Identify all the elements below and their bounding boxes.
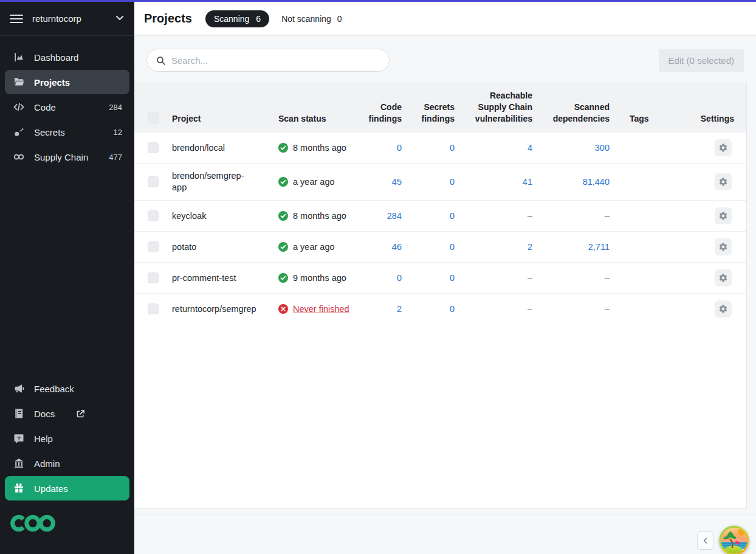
sidebar: returntocorp Dashboard Projects xyxy=(0,2,134,554)
support-widget-button[interactable] xyxy=(719,525,749,554)
chevron-left-icon xyxy=(702,537,709,544)
code-findings-link[interactable]: 2 xyxy=(397,304,402,314)
org-switcher[interactable]: returntocorp xyxy=(0,2,134,36)
sidebar-item-secrets[interactable]: Secrets 12 xyxy=(5,120,129,144)
reachable-vulns-link[interactable]: 41 xyxy=(523,177,532,187)
search-input[interactable] xyxy=(171,55,380,66)
settings-gear-button[interactable] xyxy=(715,207,732,224)
scan-status-text: 9 months ago xyxy=(293,272,346,284)
row-checkbox[interactable] xyxy=(148,142,159,153)
gear-icon xyxy=(718,273,728,283)
row-checkbox[interactable] xyxy=(148,241,159,252)
reachable-vulns-empty: – xyxy=(527,211,532,221)
sidebar-item-count: 12 xyxy=(114,128,122,137)
book-icon xyxy=(12,407,26,420)
row-checkbox[interactable] xyxy=(148,176,159,187)
reachable-vulns-link[interactable]: 4 xyxy=(527,143,532,153)
scanned-deps-link[interactable]: 81,440 xyxy=(583,177,610,187)
app-layout: returntocorp Dashboard Projects xyxy=(0,2,756,554)
scanned-deps-link[interactable]: 2,711 xyxy=(588,242,610,252)
sidebar-item-docs[interactable]: Docs xyxy=(5,401,129,426)
toolbar: Edit (0 selected) xyxy=(146,49,744,72)
col-header-secrets-findings: Secrets findings xyxy=(402,81,455,133)
scan-status: Never finished xyxy=(278,303,351,315)
status-ok-icon xyxy=(278,143,288,153)
code-findings-link[interactable]: 45 xyxy=(392,177,402,187)
code-findings-link[interactable]: 0 xyxy=(397,273,402,283)
sidebar-item-updates[interactable]: Updates xyxy=(5,476,129,500)
table-row: keycloak 8 months ago 284 0 – – xyxy=(134,201,747,232)
tab-not-scanning[interactable]: Not scanning 0 xyxy=(281,14,342,24)
edit-selected-button[interactable]: Edit (0 selected) xyxy=(659,49,744,72)
sidebar-item-supply-chain[interactable]: Supply Chain 477 xyxy=(5,145,129,169)
scan-status: a year ago xyxy=(278,241,351,253)
code-icon xyxy=(12,101,26,113)
sidebar-item-admin[interactable]: Admin xyxy=(5,451,129,476)
col-header-tags: Tags xyxy=(610,81,681,133)
project-name: pr-comment-test xyxy=(172,263,278,294)
tropical-island-icon xyxy=(719,525,749,554)
row-checkbox[interactable] xyxy=(148,303,159,314)
sidebar-item-label: Feedback xyxy=(34,384,122,394)
settings-gear-button[interactable] xyxy=(715,173,732,190)
sidebar-item-code[interactable]: Code 284 xyxy=(5,95,129,119)
status-ok-icon xyxy=(278,177,288,187)
projects-table: Project Scan status Code findings Secret… xyxy=(134,81,747,324)
scan-status-text: 8 months ago xyxy=(293,210,346,222)
code-findings-link[interactable]: 0 xyxy=(397,143,402,153)
table-row: returntocorp/semgrep Never finished 2 0 … xyxy=(134,294,747,325)
tab-scanning-count: 6 xyxy=(256,14,261,24)
scanned-deps-empty: – xyxy=(605,211,610,221)
chain-link-icon xyxy=(12,151,26,163)
gear-icon xyxy=(718,143,728,153)
sidebar-item-projects[interactable]: Projects xyxy=(5,70,129,94)
gear-icon xyxy=(718,242,728,252)
secrets-findings-link[interactable]: 0 xyxy=(450,143,455,153)
svg-text:?: ? xyxy=(17,435,21,441)
row-checkbox[interactable] xyxy=(148,272,159,283)
sidebar-item-feedback[interactable]: Feedback xyxy=(5,376,129,401)
pagination-prev-button[interactable] xyxy=(697,531,713,550)
help-bubble-icon: ? xyxy=(12,432,26,445)
code-findings-link[interactable]: 284 xyxy=(387,211,402,221)
settings-gear-button[interactable] xyxy=(715,269,732,286)
sidebar-item-help[interactable]: ? Help xyxy=(5,426,129,451)
tags-cell xyxy=(610,294,681,325)
secrets-findings-link[interactable]: 0 xyxy=(450,273,455,283)
hamburger-menu-icon[interactable] xyxy=(10,15,23,23)
search-icon xyxy=(156,55,166,66)
search-box[interactable] xyxy=(146,49,390,72)
tab-scanning[interactable]: Scanning 6 xyxy=(205,10,269,27)
sidebar-item-label: Supply Chain xyxy=(34,152,109,162)
select-all-checkbox[interactable] xyxy=(148,113,159,123)
tags-cell xyxy=(610,133,681,164)
secrets-findings-link[interactable]: 0 xyxy=(450,177,455,187)
semgrep-logo[interactable] xyxy=(0,501,134,554)
secrets-findings-link[interactable]: 0 xyxy=(450,304,455,314)
settings-gear-button[interactable] xyxy=(715,238,732,255)
code-findings-link[interactable]: 46 xyxy=(392,242,402,252)
external-link-icon xyxy=(76,409,85,418)
tab-not-scanning-label: Not scanning xyxy=(281,14,331,24)
scanned-deps-link[interactable]: 300 xyxy=(595,143,610,153)
row-checkbox[interactable] xyxy=(148,210,159,221)
settings-gear-button[interactable] xyxy=(715,139,732,156)
secrets-findings-link[interactable]: 0 xyxy=(450,242,455,252)
gear-icon xyxy=(718,304,728,314)
sidebar-item-label: Dashboard xyxy=(34,52,122,63)
scanned-deps-empty: – xyxy=(605,273,610,283)
reachable-vulns-link[interactable]: 2 xyxy=(527,242,532,252)
gear-icon xyxy=(718,177,728,187)
sidebar-nav-bottom: Feedback Docs ? Help xyxy=(0,367,134,501)
sidebar-item-dashboard[interactable]: Dashboard xyxy=(5,45,129,69)
secrets-findings-link[interactable]: 0 xyxy=(450,211,455,221)
col-header-settings: Settings xyxy=(681,81,747,133)
scan-status: 8 months ago xyxy=(278,210,351,222)
sidebar-item-label: Secrets xyxy=(34,127,114,137)
sidebar-item-count: 477 xyxy=(109,153,122,162)
project-name: keycloak xyxy=(172,201,278,232)
scan-status-error-link[interactable]: Never finished xyxy=(293,303,349,315)
table-row: brendon/semgrep-app a year ago 45 0 41 8… xyxy=(134,164,747,201)
settings-gear-button[interactable] xyxy=(715,300,732,317)
scan-status-text: a year ago xyxy=(293,176,335,188)
